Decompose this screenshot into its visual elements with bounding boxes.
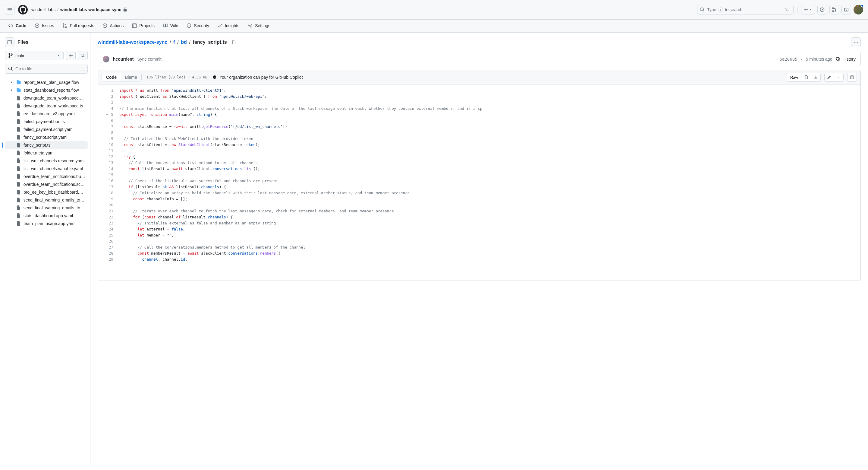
line-number[interactable]: 15 [109, 172, 113, 178]
command-palette-icon[interactable] [784, 7, 791, 13]
line-number[interactable]: 6 [111, 118, 114, 124]
tree-item[interactable]: folder.meta.yaml [5, 149, 88, 157]
inbox-button[interactable] [841, 5, 851, 14]
tree-item[interactable]: fancy_script.script.yaml [5, 133, 88, 141]
code-line[interactable]: const channelsInfo = []; [119, 196, 861, 202]
tab-actions[interactable]: Actions [99, 20, 127, 32]
line-number[interactable]: 9 [111, 136, 114, 142]
tree-item[interactable]: fancy_script.ts [5, 141, 88, 149]
code-line[interactable] [119, 202, 861, 208]
copy-path-button[interactable] [229, 38, 238, 47]
line-number[interactable]: 8 [111, 130, 114, 136]
line-number[interactable]: 4 [111, 106, 114, 112]
pull-requests-button[interactable] [830, 5, 839, 14]
tree-item[interactable]: stats_dashboard_reports.flow [5, 86, 88, 94]
code-line[interactable]: for (const channel of listResult.channel… [119, 214, 861, 220]
code-line[interactable]: channel: channel.id, [119, 257, 861, 262]
tab-insights[interactable]: Insights [214, 20, 243, 32]
tree-item[interactable]: downgrade_team_workspace.s… [5, 94, 88, 102]
code-line[interactable] [119, 172, 861, 178]
tree-item[interactable]: list_wm_channels.variable.yaml [5, 165, 88, 173]
github-logo[interactable] [18, 5, 28, 14]
line-number[interactable]: 24 [109, 226, 113, 232]
tree-item[interactable]: pro_ee_key_jobs_dashboard.a… [5, 188, 88, 196]
tree-item[interactable]: downgrade_team_workspace.ts [5, 102, 88, 110]
toggle-code[interactable]: Code [102, 73, 121, 81]
line-number[interactable]: 12 [109, 154, 113, 160]
tab-pr[interactable]: Pull requests [59, 20, 98, 32]
history-button[interactable]: History [836, 57, 856, 62]
tree-item[interactable]: team_plan_usage.app.yaml [5, 219, 88, 228]
tree-item[interactable]: send_final_warning_emails_to_… [5, 196, 88, 204]
hamburger-button[interactable] [5, 5, 14, 14]
code-line[interactable] [119, 130, 861, 136]
copilot-upsell[interactable]: Your organization can pay for GitHub Cop… [212, 75, 303, 80]
commit-message[interactable]: Sync commit [137, 57, 161, 62]
edit-button[interactable] [824, 73, 834, 82]
code-line[interactable]: let external = false; [119, 226, 861, 232]
create-new-button[interactable] [801, 5, 815, 14]
code-line[interactable]: const listResult = await slackClient.con… [119, 166, 861, 172]
collapse-sidebar-button[interactable] [5, 37, 14, 47]
tree-item[interactable]: failed_payment.script.yaml [5, 125, 88, 133]
tree-item[interactable]: overdue_team_notifications.bu… [5, 173, 88, 180]
code-line[interactable]: // Check if the listResult was successfu… [119, 178, 861, 184]
line-number[interactable]: 21 [109, 208, 113, 214]
line-number[interactable]: 19 [109, 196, 113, 202]
tab-issues[interactable]: Issues [31, 20, 58, 32]
commit-avatar[interactable] [103, 56, 110, 62]
code-line[interactable]: const slackResource = (await wmill.getRe… [119, 124, 861, 130]
tree-item[interactable]: report_team_plan_usage.flow [5, 79, 88, 86]
path-part-repo[interactable]: windmill-labs-workspace-sync [98, 39, 167, 45]
search-input[interactable]: Type / to search [697, 5, 794, 14]
line-number[interactable]: 20 [109, 202, 113, 208]
code-line[interactable]: // Initialize an array to hold the chann… [119, 190, 861, 196]
issues-button[interactable] [817, 5, 827, 14]
line-number[interactable]: 11 [109, 148, 113, 154]
tree-item[interactable]: ee_dashboard_v2.app.yaml [5, 110, 88, 118]
tree-item[interactable]: list_wm_channels.resource.yaml [5, 157, 88, 165]
code-line[interactable]: import { WebClient as SlackWebClient } f… [119, 93, 861, 99]
code-line[interactable]: if (listResult.ok && listResult.channels… [119, 184, 861, 190]
tab-wiki[interactable]: Wiki [159, 20, 182, 32]
commit-sha[interactable]: 6a28685 [780, 57, 798, 62]
tab-code[interactable]: Code [5, 20, 30, 32]
line-number[interactable]: 1 [111, 87, 114, 93]
line-number[interactable]: 18 [109, 190, 113, 196]
tab-projects[interactable]: Projects [128, 20, 158, 32]
code-line[interactable]: // Initialize the Slack WebClient with t… [119, 136, 861, 142]
tab-settings[interactable]: Settings [244, 20, 274, 32]
path-part-1[interactable]: f [173, 39, 175, 45]
edit-menu-button[interactable] [834, 73, 844, 82]
line-number[interactable]: 13 [109, 160, 113, 166]
add-file-button[interactable] [66, 51, 76, 60]
line-number[interactable]: 10 [109, 142, 113, 148]
line-number[interactable]: 2 [111, 93, 114, 99]
line-number[interactable]: 28 [109, 251, 113, 257]
line-number[interactable]: 27 [109, 244, 113, 251]
line-number[interactable]: 16 [109, 178, 113, 184]
code-line[interactable]: import * as wmill from "npm:windmill-cli… [119, 87, 861, 93]
tab-security[interactable]: Security [183, 20, 213, 32]
code-line[interactable]: // Call the conversations.members method… [119, 244, 861, 251]
download-button[interactable] [811, 73, 821, 82]
tree-item[interactable]: failed_payment.bun.ts [5, 118, 88, 125]
line-number[interactable]: 17 [109, 184, 113, 190]
tree-item[interactable]: stats_dashboard.app.yaml [5, 212, 88, 219]
code-line[interactable] [119, 148, 861, 154]
toggle-blame[interactable]: Blame [121, 73, 141, 81]
code-line[interactable]: let member = ""; [119, 232, 861, 238]
code-line[interactable]: try { [119, 154, 861, 160]
code-line[interactable] [119, 99, 861, 106]
breadcrumb-repo[interactable]: windmill-labs-workspace-sync [60, 7, 121, 12]
code-line[interactable]: // The main function that lists all chan… [119, 106, 861, 112]
line-number[interactable]: 23 [109, 220, 113, 226]
code-line[interactable]: // Call the conversations.list method to… [119, 160, 861, 166]
avatar[interactable] [854, 5, 863, 14]
line-number[interactable]: 25 [109, 232, 113, 238]
line-number[interactable]: 22 [109, 214, 113, 220]
more-actions-button[interactable] [851, 37, 861, 47]
line-number[interactable]: 3 [111, 99, 114, 106]
line-number[interactable]: 29 [109, 257, 113, 262]
tree-item[interactable]: send_final_warning_emails_to_… [5, 204, 88, 212]
